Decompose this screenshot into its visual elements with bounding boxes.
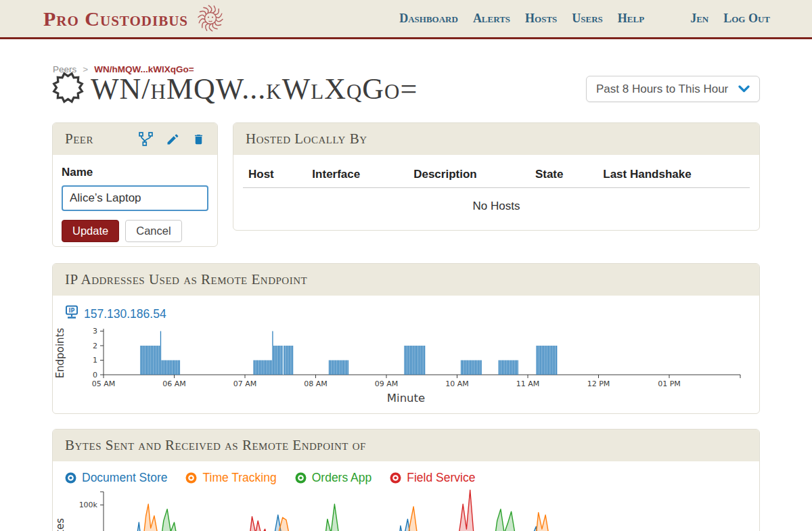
time-range-value: Past 8 Hours to This Hour bbox=[596, 83, 728, 96]
time-range-select[interactable]: Past 8 Hours to This Hour bbox=[586, 76, 760, 102]
hosted-panel-title: Hosted Locally By bbox=[246, 131, 367, 147]
legend-item-time-tracking: Time Tracking bbox=[185, 471, 276, 485]
nav-alerts[interactable]: Alerts bbox=[473, 11, 510, 26]
bytes-panel-title: Bytes Sent and Received as Remote Endpoi… bbox=[65, 437, 366, 454]
medusa-logo-icon bbox=[195, 1, 226, 37]
svg-text:1: 1 bbox=[93, 356, 97, 365]
col-host: Host bbox=[243, 160, 307, 188]
peer-panel-title: Peer bbox=[65, 131, 93, 147]
legend-marker-icon bbox=[295, 472, 307, 484]
nav-dashboard[interactable]: Dashboard bbox=[399, 11, 458, 26]
endpoints-bar-chart: 012305 AM06 AM07 AM08 AM09 AM10 AM11 AM1… bbox=[53, 326, 759, 388]
svg-text:Endpoints: Endpoints bbox=[54, 328, 66, 379]
svg-text:2: 2 bbox=[93, 342, 97, 350]
bytes-area-chart: 100kBytes bbox=[53, 489, 759, 531]
chevron-down-icon bbox=[738, 85, 750, 93]
title-row: WN/hMQW...kWlXqGo= Past 8 Hours to This … bbox=[52, 72, 760, 106]
page-title: WN/hMQW...kWlXqGo= bbox=[91, 74, 418, 104]
svg-text:100k: 100k bbox=[79, 501, 98, 509]
top-bar: Pro Custodibus Dashboard Alerts Hosts Us… bbox=[0, 0, 812, 39]
ip-panel-header: IP Addresses Used as Remote Endpoint bbox=[53, 264, 759, 296]
svg-text:IP: IP bbox=[69, 308, 75, 314]
svg-text:3: 3 bbox=[93, 327, 97, 336]
hosts-table-header-row: Host Interface Description State Last Ha… bbox=[243, 160, 750, 188]
peer-panel-header: Peer bbox=[53, 123, 217, 155]
svg-text:01 PM: 01 PM bbox=[658, 379, 681, 388]
svg-text:07 AM: 07 AM bbox=[233, 379, 257, 388]
col-description: Description bbox=[408, 160, 530, 188]
nav-log-out[interactable]: Log Out bbox=[723, 11, 770, 26]
legend-item-field-service: Field Service bbox=[390, 471, 475, 485]
peer-panel-body: Name Update Cancel bbox=[53, 155, 217, 247]
svg-text:0: 0 bbox=[93, 371, 97, 379]
ip-addresses-panel: IP Addresses Used as Remote Endpoint IP … bbox=[52, 263, 760, 414]
nav-users[interactable]: Users bbox=[572, 11, 603, 26]
hosts-table: Host Interface Description State Last Ha… bbox=[243, 160, 750, 229]
update-button[interactable]: Update bbox=[62, 220, 119, 242]
svg-text:Bytes: Bytes bbox=[54, 518, 66, 531]
cancel-button[interactable]: Cancel bbox=[125, 220, 181, 242]
top-navigation: Dashboard Alerts Hosts Users Help Jen Lo… bbox=[399, 11, 770, 26]
hosts-empty-row: No Hosts bbox=[243, 188, 750, 230]
bytes-panel: Bytes Sent and Received as Remote Endpoi… bbox=[52, 429, 760, 531]
svg-text:10 AM: 10 AM bbox=[445, 379, 469, 388]
endpoints-chart-xlabel: Minute bbox=[53, 392, 759, 405]
network-icon[interactable] bbox=[139, 132, 153, 146]
svg-text:06 AM: 06 AM bbox=[162, 379, 186, 388]
ip-address-link[interactable]: 157.130.186.54 bbox=[84, 307, 166, 321]
legend-marker-icon bbox=[65, 472, 76, 484]
hosted-panel-header: Hosted Locally By bbox=[233, 123, 759, 155]
brand-logo-text[interactable]: Pro Custodibus bbox=[43, 7, 188, 30]
bytes-panel-header: Bytes Sent and Received as Remote Endpoi… bbox=[53, 430, 759, 461]
legend-item-document-store: Document Store bbox=[65, 471, 167, 485]
svg-text:05 AM: 05 AM bbox=[92, 379, 116, 388]
col-interface: Interface bbox=[307, 160, 408, 188]
seal-icon bbox=[52, 72, 84, 106]
col-last-handshake: Last Handshake bbox=[597, 160, 750, 188]
peer-panel: Peer Name Upd bbox=[52, 122, 218, 247]
legend-marker-icon bbox=[185, 472, 197, 484]
legend-marker-icon bbox=[390, 472, 401, 484]
ip-panel-title: IP Addresses Used as Remote Endpoint bbox=[65, 271, 307, 288]
svg-text:11 AM: 11 AM bbox=[516, 379, 540, 388]
svg-text:08 AM: 08 AM bbox=[304, 379, 328, 388]
bytes-chart-legend: Document Store Time Tracking Orders App bbox=[53, 461, 759, 489]
col-state: State bbox=[530, 160, 597, 188]
nav-user-jen[interactable]: Jen bbox=[690, 11, 708, 26]
no-hosts-message: No Hosts bbox=[243, 188, 750, 230]
hosted-panel-body: Host Interface Description State Last Ha… bbox=[233, 155, 759, 229]
edit-icon[interactable] bbox=[166, 133, 179, 146]
ip-panel-body: IP 157.130.186.54 012305 AM06 AM07 AM08 … bbox=[53, 296, 759, 409]
nav-help[interactable]: Help bbox=[618, 11, 644, 26]
nav-hosts[interactable]: Hosts bbox=[525, 11, 557, 26]
hosted-locally-by-panel: Hosted Locally By Host Interface Descrip… bbox=[233, 122, 760, 231]
peer-name-input[interactable] bbox=[62, 185, 208, 211]
svg-text:09 AM: 09 AM bbox=[375, 379, 399, 388]
ip-endpoint-icon: IP bbox=[65, 305, 78, 323]
legend-item-orders-app: Orders App bbox=[295, 471, 372, 485]
delete-icon[interactable] bbox=[192, 133, 205, 146]
svg-text:12 PM: 12 PM bbox=[587, 379, 610, 388]
name-label: Name bbox=[62, 166, 208, 179]
